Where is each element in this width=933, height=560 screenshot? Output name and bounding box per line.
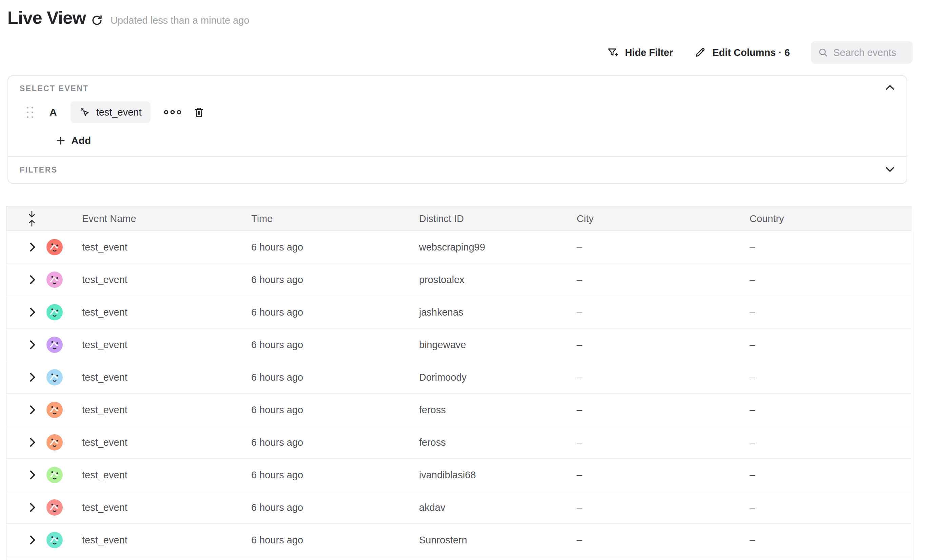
city-cell: – xyxy=(577,306,582,318)
collapse-section-button[interactable] xyxy=(885,84,895,91)
table-row[interactable]: test_event 6 hours ago akdav – – xyxy=(6,491,911,524)
city-cell: – xyxy=(577,339,582,350)
toolbar: Hide Filter Edit Columns · 6 xyxy=(607,42,913,64)
table-body: test_event 6 hours ago webscraping99 – –… xyxy=(6,231,911,556)
expand-row-button[interactable] xyxy=(29,502,36,512)
city-cell: – xyxy=(577,242,582,252)
expand-row-button[interactable] xyxy=(29,275,36,285)
country-cell: – xyxy=(750,339,755,350)
edit-columns-button[interactable]: Edit Columns · 6 xyxy=(694,46,790,58)
city-cell: – xyxy=(577,469,582,480)
distinct-id-link[interactable]: prostoalex xyxy=(419,274,465,285)
distinct-id-link[interactable]: akdav xyxy=(419,502,445,513)
filter-plus-icon xyxy=(607,46,619,58)
search-events-input[interactable] xyxy=(833,47,908,58)
city-cell: – xyxy=(577,437,582,448)
country-cell: – xyxy=(750,502,755,513)
refresh-icon xyxy=(91,14,103,27)
table-row[interactable]: test_event 6 hours ago webscraping99 – – xyxy=(6,231,911,263)
events-table: Event Name Time Distinct ID City Country… xyxy=(6,206,912,560)
expand-row-button[interactable] xyxy=(29,405,36,415)
table-row[interactable]: test_event 6 hours ago feross – – xyxy=(6,394,911,426)
country-cell: – xyxy=(750,306,755,318)
column-header-event-name[interactable]: Event Name xyxy=(82,213,136,224)
distinct-id-link[interactable]: feross xyxy=(419,404,446,415)
chevron-right-icon xyxy=(29,405,36,415)
table-row[interactable]: test_event 6 hours ago bingewave – – xyxy=(6,328,911,361)
page-title: Live View xyxy=(8,8,86,28)
delete-event-button[interactable] xyxy=(193,106,205,118)
selected-event-label: test_event xyxy=(96,107,142,118)
country-cell: – xyxy=(750,534,755,545)
expand-row-button[interactable] xyxy=(29,535,36,545)
trash-icon xyxy=(193,106,205,118)
country-cell: – xyxy=(750,372,755,383)
table-row[interactable]: test_event 6 hours ago Dorimoody – – xyxy=(6,361,911,394)
column-header-time[interactable]: Time xyxy=(251,213,273,224)
add-event-button[interactable]: Add xyxy=(55,132,91,149)
column-header-distinct-id[interactable]: Distinct ID xyxy=(419,213,464,224)
expand-row-button[interactable] xyxy=(29,372,36,382)
user-avatar xyxy=(46,369,63,385)
chevron-right-icon xyxy=(29,470,36,480)
table-row[interactable]: test_event 6 hours ago jashkenas – – xyxy=(6,296,911,328)
filters-label: FILTERS xyxy=(20,165,58,175)
distinct-id-link[interactable]: jashkenas xyxy=(419,306,463,318)
city-cell: – xyxy=(577,404,582,415)
event-selector-chip[interactable]: test_event xyxy=(71,102,151,123)
user-avatar xyxy=(46,304,63,320)
hide-filter-label: Hide Filter xyxy=(625,47,673,58)
event-name-cell: test_event xyxy=(82,404,128,415)
plus-icon xyxy=(55,135,66,146)
user-avatar xyxy=(46,467,63,483)
chevron-up-icon xyxy=(885,84,895,91)
time-cell: 6 hours ago xyxy=(251,534,303,545)
chevron-right-icon xyxy=(29,372,36,382)
search-events-box[interactable] xyxy=(811,42,913,64)
more-options-button[interactable] xyxy=(160,105,185,119)
chevron-right-icon xyxy=(29,340,36,350)
table-row[interactable]: test_event 6 hours ago ivandiblasi68 – – xyxy=(6,458,911,491)
chevron-right-icon xyxy=(29,242,36,252)
time-cell: 6 hours ago xyxy=(251,242,303,252)
chevron-right-icon xyxy=(29,307,36,317)
event-name-cell: test_event xyxy=(82,339,128,350)
distinct-id-link[interactable]: Sunrostern xyxy=(419,534,467,545)
expand-row-button[interactable] xyxy=(29,470,36,480)
user-avatar xyxy=(46,499,63,515)
column-header-country[interactable]: Country xyxy=(750,213,784,224)
query-builder-card: SELECT EVENT A test_event xyxy=(8,75,907,184)
distinct-id-link[interactable]: Dorimoody xyxy=(419,372,466,383)
search-icon xyxy=(818,47,828,58)
card-divider xyxy=(8,156,907,157)
add-label: Add xyxy=(71,135,91,146)
distinct-id-link[interactable]: feross xyxy=(419,437,446,448)
country-cell: – xyxy=(750,274,755,285)
chevron-right-icon xyxy=(29,275,36,285)
city-cell: – xyxy=(577,372,582,383)
expand-filters-button[interactable] xyxy=(885,166,895,173)
pencil-icon xyxy=(694,46,706,58)
edit-columns-label: Edit Columns · 6 xyxy=(712,47,790,58)
expand-row-button[interactable] xyxy=(29,340,36,350)
expand-row-button[interactable] xyxy=(29,307,36,317)
column-header-city[interactable]: City xyxy=(577,213,594,224)
time-cell: 6 hours ago xyxy=(251,404,303,415)
event-name-cell: test_event xyxy=(82,534,128,545)
distinct-id-link[interactable]: ivandiblasi68 xyxy=(419,469,476,480)
updated-status: Updated less than a minute ago xyxy=(111,15,249,26)
collapse-rows-icon xyxy=(28,211,36,227)
refresh-button[interactable] xyxy=(89,13,105,28)
hide-filter-button[interactable]: Hide Filter xyxy=(607,46,673,58)
user-avatar xyxy=(46,337,63,353)
chevron-right-icon xyxy=(29,535,36,545)
expand-row-button[interactable] xyxy=(29,242,36,252)
distinct-id-link[interactable]: bingewave xyxy=(419,339,466,350)
table-row[interactable]: test_event 6 hours ago feross – – xyxy=(6,426,911,458)
expand-row-button[interactable] xyxy=(29,437,36,448)
drag-handle-icon[interactable] xyxy=(27,107,33,118)
collapse-rows-button[interactable] xyxy=(28,211,36,227)
distinct-id-link[interactable]: webscraping99 xyxy=(419,242,485,252)
table-row[interactable]: test_event 6 hours ago prostoalex – – xyxy=(6,263,911,296)
table-row[interactable]: test_event 6 hours ago Sunrostern – – xyxy=(6,524,911,556)
